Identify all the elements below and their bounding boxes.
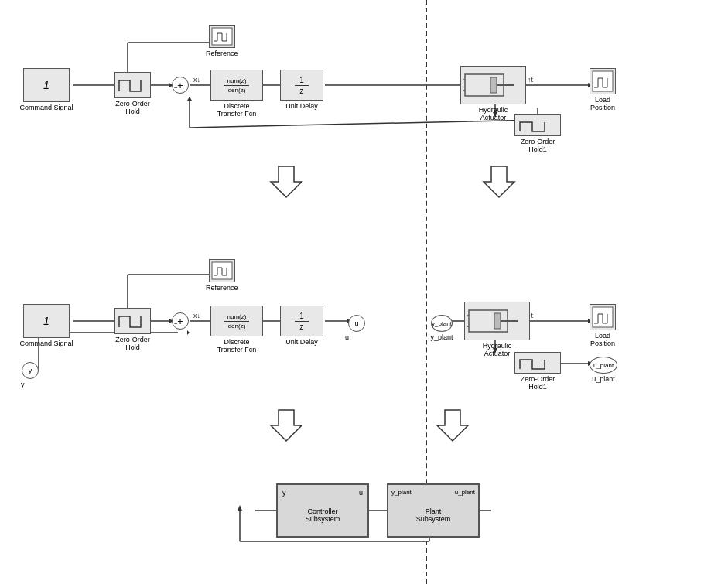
hydraulic-label-top: HydraulicActuator — [464, 106, 522, 121]
svg-marker-25 — [484, 166, 514, 197]
zoh1-mid — [514, 352, 561, 374]
svg-marker-24 — [271, 166, 302, 197]
dtf-den-top: den(z) — [225, 86, 249, 94]
zoh-label-top: Zero-OrderHold — [108, 100, 157, 115]
u-out-mid: u — [348, 315, 365, 332]
plant-port-u-plant: u_plant — [455, 489, 475, 496]
u-plant-label-mid: u_plant — [586, 375, 620, 383]
dtf-num-mid: num(z) — [224, 312, 250, 322]
unit-delay-label-mid: Unit Delay — [277, 338, 326, 346]
svg-text:x↓: x↓ — [193, 312, 200, 319]
reference-label-mid: Reference — [206, 284, 238, 292]
command-signal-label-top: Command Signal — [14, 104, 79, 111]
sum-mid: + − — [172, 312, 189, 330]
svg-marker-42 — [187, 330, 190, 335]
controller-port-u: u — [359, 489, 363, 497]
controller-label: ControllerSubsystem — [306, 507, 340, 523]
dtf-top: num(z) den(z) — [210, 70, 263, 101]
command-signal-label-mid: Command Signal — [14, 340, 79, 347]
command-signal-value-top: 1 — [43, 79, 50, 91]
ud-den-top: z — [296, 86, 309, 96]
reference-scope-top — [209, 25, 235, 48]
zoh1-top — [514, 114, 561, 136]
unit-delay-mid: 1 z — [280, 306, 323, 336]
svg-rect-66 — [490, 77, 497, 93]
ud-den-mid: z — [296, 322, 309, 332]
dtf-label-mid: DiscreteTransfer Fcn — [209, 338, 265, 353]
dtf-num-top: num(z) — [224, 77, 250, 86]
load-pos-scope-mid — [590, 304, 616, 330]
command-signal-mid: 1 — [23, 304, 70, 338]
hydraulic-top — [460, 66, 526, 104]
zoh-top — [114, 72, 151, 98]
dtf-label-top: DiscreteTransfer Fcn — [209, 102, 265, 118]
svg-marker-53 — [271, 410, 302, 441]
load-pos-scope-top — [590, 68, 616, 94]
command-signal-value-mid: 1 — [43, 315, 50, 327]
svg-text:↑t: ↑t — [528, 76, 534, 84]
u-plant-out-mid: u_plant — [590, 357, 617, 374]
reference-scope-mid — [209, 259, 235, 282]
zoh-label-mid: Zero-OrderHold — [108, 336, 157, 351]
command-signal-top: 1 — [23, 68, 70, 102]
zoh-mid — [114, 308, 151, 334]
svg-text:x↓: x↓ — [193, 76, 200, 84]
controller-subsystem: y u ControllerSubsystem — [276, 483, 369, 538]
svg-marker-63 — [238, 505, 242, 511]
load-pos-label-mid: LoadPosition — [584, 332, 621, 347]
svg-marker-18 — [187, 97, 192, 101]
y-in-label: y — [29, 367, 32, 374]
svg-rect-73 — [494, 313, 501, 329]
plant-port-y-plant: y_plant — [391, 489, 412, 496]
y-plant-label: y_plant — [432, 320, 452, 327]
unit-delay-label-top: Unit Delay — [277, 102, 326, 110]
y-plant-label-mid: y_plant — [427, 333, 456, 341]
ud-num-mid: 1 — [295, 311, 309, 322]
sum-top: + − — [172, 77, 189, 94]
svg-marker-54 — [437, 410, 468, 441]
u-out-label: u — [354, 319, 358, 327]
u-plant-label: u_plant — [593, 362, 614, 369]
y-in-label-mid: y — [21, 381, 25, 388]
zoh1-label-top: Zero-OrderHold1 — [509, 138, 566, 153]
diagram-container: x↓ ↑t — [0, 0, 728, 584]
controller-port-y: y — [282, 489, 286, 497]
plant-subsystem: y_plant u_plant PlantSubsystem — [387, 483, 480, 538]
u-out-label-mid: u — [345, 333, 349, 341]
plant-label: PlantSubsystem — [416, 507, 451, 523]
load-pos-label-top: LoadPosition — [584, 96, 621, 111]
dtf-mid: num(z) den(z) — [210, 306, 263, 336]
reference-label-top: Reference — [206, 50, 238, 57]
zoh1-label-mid: Zero-OrderHold1 — [509, 375, 566, 391]
unit-delay-top: 1 z — [280, 70, 323, 101]
y-in-mid: y — [22, 362, 39, 379]
y-plant-in-mid: y_plant — [431, 315, 453, 332]
dtf-den-mid: den(z) — [225, 322, 249, 330]
ud-num-top: 1 — [295, 75, 309, 86]
hydraulic-mid — [464, 302, 530, 340]
